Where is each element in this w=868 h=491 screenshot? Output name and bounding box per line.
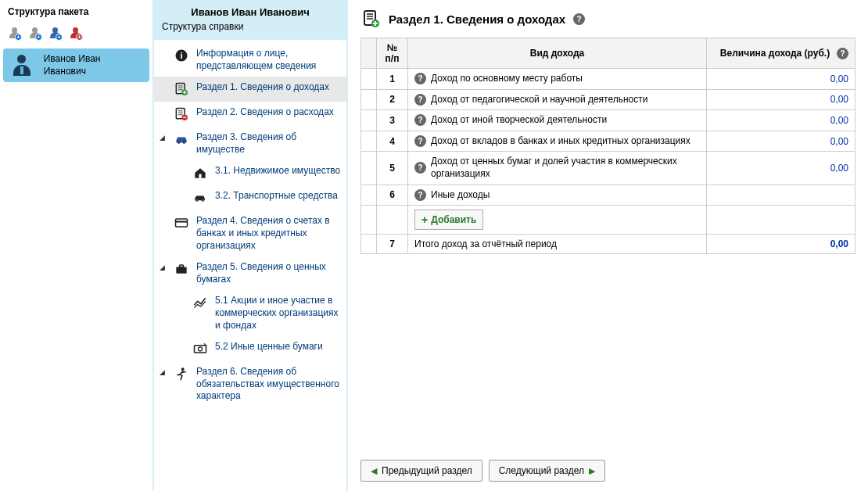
- tree-item-10[interactable]: ◢Раздел 6. Сведения об обязательствах им…: [154, 361, 346, 407]
- row-type: ?Доход от вкладов в банках и иных кредит…: [408, 131, 707, 152]
- tree-item-1[interactable]: Раздел 1. Сведения о доходах: [154, 77, 346, 102]
- tree-arrow-icon: [157, 215, 167, 217]
- main-content-panel: Раздел 1. Сведения о доходах ? № п/п Вид…: [348, 0, 868, 491]
- table-row[interactable]: 3?Доход от иной творческой деятельности0…: [361, 110, 855, 131]
- tree-doc-minus-icon: [173, 106, 190, 122]
- table-row[interactable]: 2?Доход от педагогической и научной деят…: [361, 89, 855, 110]
- add-person-red-icon[interactable]: +: [69, 27, 83, 41]
- row-num: 2: [377, 89, 408, 110]
- tree-arrow-icon: [157, 106, 167, 109]
- svg-rect-17: [199, 174, 201, 178]
- svg-text:i: i: [180, 50, 182, 60]
- row-amount[interactable]: [707, 185, 855, 206]
- tree-item-6[interactable]: Раздел 4. Сведения о счетах в банках и и…: [154, 210, 346, 256]
- tree-item-8[interactable]: 5.1 Акции и иное участие в коммерческих …: [154, 290, 346, 336]
- tree-item-7[interactable]: ◢Раздел 5. Сведения о ценных бумагах: [154, 256, 346, 290]
- document-plus-icon: [360, 9, 381, 28]
- arrow-right-icon: ▶: [589, 466, 595, 476]
- row-amount[interactable]: 0,00: [707, 110, 855, 131]
- row-num: 1: [377, 69, 408, 90]
- svg-point-16: [183, 142, 185, 144]
- table-row[interactable]: 1?Доход по основному месту работы0,00: [361, 69, 855, 90]
- tree-car2-icon: [192, 190, 209, 206]
- tree-item-label: Раздел 5. Сведения о ценных бумагах: [196, 261, 343, 285]
- row-help-icon[interactable]: ?: [414, 73, 426, 84]
- reference-structure-panel: Иванов Иван Иванович Структура справки i…: [152, 0, 348, 491]
- svg-point-19: [202, 199, 204, 202]
- row-help-icon[interactable]: ?: [414, 162, 426, 174]
- amount-help-icon[interactable]: ?: [837, 48, 848, 59]
- total-num: 7: [377, 235, 408, 254]
- row-amount[interactable]: 0,00: [707, 131, 855, 152]
- table-row[interactable]: 6?Иные доходы: [361, 185, 855, 206]
- tree-item-0[interactable]: iИнформация о лице, представляющем сведе…: [154, 43, 346, 77]
- row-check: [361, 185, 377, 206]
- reference-tree: iИнформация о лице, представляющем сведе…: [154, 40, 346, 491]
- tree-house-icon: [192, 165, 209, 181]
- tree-item-label: Раздел 1. Сведения о доходах: [196, 81, 329, 94]
- tree-item-label: Информация о лице, представляющем сведен…: [196, 48, 343, 72]
- add-person-gray-icon[interactable]: +: [8, 27, 22, 41]
- tree-car-icon: [173, 131, 190, 147]
- row-help-icon[interactable]: ?: [414, 94, 426, 106]
- svg-point-25: [199, 347, 203, 351]
- row-check: [361, 131, 377, 152]
- th-type: Вид дохода: [408, 38, 707, 69]
- add-person-blue-icon[interactable]: +: [48, 27, 63, 41]
- row-num: 5: [377, 152, 408, 185]
- tree-item-3[interactable]: ◢Раздел 3. Сведения об имуществе: [154, 127, 346, 160]
- package-structure-panel: Структура пакета + + + + Иванов Иван Ива…: [0, 0, 152, 491]
- svg-point-26: [181, 367, 185, 371]
- total-type: Итого доход за отчётный период: [408, 235, 707, 254]
- row-help-icon[interactable]: ?: [414, 189, 426, 201]
- th-check: [361, 38, 377, 69]
- add-person-gray2-icon[interactable]: +: [28, 27, 42, 41]
- row-amount[interactable]: 0,00: [707, 89, 855, 110]
- arrow-left-icon: ◀: [371, 466, 377, 476]
- row-help-icon[interactable]: ?: [414, 135, 426, 147]
- row-amount[interactable]: 0,00: [707, 152, 855, 185]
- row-num: 6: [377, 185, 408, 206]
- row-amount[interactable]: 0,00: [707, 69, 855, 90]
- section-title: Раздел 1. Сведения о доходах: [389, 13, 565, 26]
- tree-item-label: Раздел 2. Сведения о расходах: [196, 106, 334, 119]
- tree-item-label: Раздел 3. Сведения об имуществе: [196, 131, 343, 156]
- tree-card-icon: [173, 215, 190, 231]
- row-num: 3: [377, 110, 408, 131]
- row-type: ?Доход от педагогической и научной деяте…: [408, 89, 707, 110]
- next-section-button[interactable]: Следующий раздел▶: [489, 460, 605, 482]
- row-help-icon[interactable]: ?: [414, 114, 426, 126]
- reference-person-name: Иванов Иван Иванович: [152, 0, 348, 20]
- tree-arrow-icon: [176, 165, 185, 167]
- svg-rect-23: [180, 265, 184, 267]
- person-type-icons: + + + +: [0, 23, 152, 47]
- income-table: № п/п Вид дохода Величина дохода (руб.)?…: [360, 38, 855, 254]
- row-num: 4: [377, 131, 408, 152]
- section-header: Раздел 1. Сведения о доходах ?: [360, 9, 855, 28]
- row-type: ?Доход по основному месту работы: [408, 69, 707, 90]
- prev-section-button[interactable]: ◀Предыдущий раздел: [360, 460, 482, 482]
- plus-icon: +: [421, 213, 428, 226]
- tree-arrow-icon: [157, 48, 167, 50]
- section-nav-buttons: ◀Предыдущий раздел Следующий раздел▶: [360, 460, 605, 482]
- table-row[interactable]: 5?Доход от ценных бумаг и долей участия …: [361, 152, 855, 185]
- person-item-ivanov[interactable]: Иванов Иван Иванович: [3, 48, 149, 82]
- tree-item-label: 5.1 Акции и иное участие в коммерческих …: [215, 295, 343, 332]
- tree-item-label: Раздел 6. Сведения об обязательствах иму…: [196, 366, 343, 403]
- tree-item-9[interactable]: 5.2 Иные ценные бумаги: [154, 336, 346, 361]
- row-check: [361, 89, 377, 110]
- svg-point-15: [178, 142, 180, 144]
- tree-info-icon: i: [173, 48, 190, 63]
- tree-item-label: Раздел 4. Сведения о счетах в банках и и…: [196, 215, 343, 252]
- tree-briefcase-icon: [173, 261, 190, 277]
- th-num: № п/п: [377, 38, 408, 69]
- section-help-icon[interactable]: ?: [573, 13, 585, 25]
- tree-arrow-icon: [176, 341, 185, 343]
- tree-item-4[interactable]: 3.1. Недвижимое имущество: [154, 160, 346, 185]
- row-check: [361, 110, 377, 131]
- tree-item-2[interactable]: Раздел 2. Сведения о расходах: [154, 102, 346, 127]
- row-check: [361, 152, 377, 185]
- add-income-button[interactable]: +Добавить: [414, 210, 483, 230]
- tree-item-5[interactable]: 3.2. Транспортные средства: [154, 185, 346, 210]
- table-row[interactable]: 4?Доход от вкладов в банках и иных креди…: [361, 131, 855, 152]
